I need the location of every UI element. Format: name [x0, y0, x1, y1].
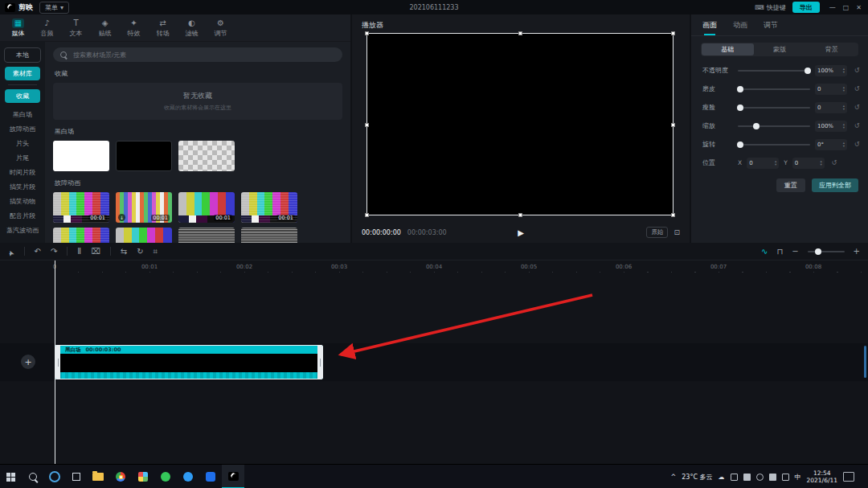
clip-trim-handle-left[interactable]	[55, 346, 60, 379]
thumb-glitch-7[interactable]: 00:01	[178, 228, 235, 243]
split-icon[interactable]: Ⅱ	[77, 248, 81, 256]
onedrive-icon[interactable]: ☁	[719, 474, 725, 481]
sidebar-item-funny-animals[interactable]: 搞笑动物	[0, 194, 45, 208]
slider-knob[interactable]	[737, 86, 743, 92]
usb-icon[interactable]	[743, 474, 751, 481]
snap-toggle-icon[interactable]: ⊓	[776, 248, 783, 256]
delete-icon[interactable]: ⌧	[91, 248, 100, 256]
handle-top-right[interactable]	[671, 31, 675, 35]
weather-widget[interactable]: 23°C 多云	[682, 473, 712, 482]
close-button[interactable]: ✕	[856, 4, 862, 11]
row-reset-icon[interactable]: ↺	[829, 159, 839, 166]
slider-knob[interactable]	[805, 68, 811, 74]
row-reset-icon[interactable]: ↺	[852, 122, 862, 129]
tab-effects[interactable]: ✦ 特效	[121, 18, 147, 38]
opacity-slider[interactable]	[738, 70, 810, 72]
smooth-skin-slider[interactable]	[738, 88, 810, 90]
slider-knob[interactable]	[737, 105, 743, 111]
slider-knob[interactable]	[753, 123, 760, 129]
fullscreen-icon[interactable]: ⊡	[674, 228, 680, 236]
volume-icon[interactable]	[782, 474, 789, 481]
search-input[interactable]	[72, 51, 335, 59]
slim-face-slider[interactable]	[738, 107, 810, 109]
tab-picture[interactable]: 画面	[702, 20, 717, 31]
menu-button[interactable]: 菜单 ▾	[39, 2, 69, 14]
handle-bottom[interactable]	[518, 213, 522, 217]
subtab-mask[interactable]: 蒙版	[754, 43, 806, 55]
crop-icon[interactable]: ⌗	[154, 248, 158, 256]
task-view-button[interactable]	[65, 465, 87, 488]
thumb-glitch-4[interactable]: 00:01	[241, 192, 297, 223]
stepper-down-icon[interactable]: ▾	[775, 163, 776, 166]
preview-canvas[interactable]	[366, 33, 674, 215]
search-bar[interactable]	[53, 47, 342, 62]
zoom-knob[interactable]	[815, 248, 821, 255]
file-explorer-button[interactable]	[87, 465, 109, 488]
maximize-button[interactable]: □	[843, 4, 850, 11]
clip-trim-handle-right[interactable]	[317, 346, 322, 379]
scale-slider[interactable]	[738, 125, 810, 127]
thumb-white-field[interactable]	[53, 141, 109, 171]
handle-bottom-left[interactable]	[365, 213, 369, 217]
stepper-down-icon[interactable]: ▾	[820, 163, 821, 166]
export-button[interactable]: 导出	[792, 2, 820, 13]
thumb-glitch-1[interactable]: 00:01	[53, 192, 109, 223]
handle-right[interactable]	[671, 123, 675, 127]
stepper-down-icon[interactable]: ▾	[843, 71, 845, 74]
row-reset-icon[interactable]: ↺	[852, 104, 862, 111]
stepper-down-icon[interactable]: ▾	[843, 89, 845, 92]
stepper-down-icon[interactable]: ▾	[843, 108, 845, 111]
scale-value[interactable]: 100% ▴▾	[815, 121, 847, 132]
zoom-out-icon[interactable]: −	[792, 248, 798, 256]
handle-top-left[interactable]	[365, 31, 369, 35]
mirror-icon[interactable]: ⇆	[121, 248, 127, 256]
sidebar-item-favorites[interactable]: 收藏	[5, 89, 40, 103]
tab-adjustment[interactable]: 调节	[764, 20, 778, 31]
select-tool-icon[interactable]: ➤	[6, 248, 16, 257]
handle-top[interactable]	[518, 31, 522, 35]
tab-media[interactable]: ▦ 媒体	[5, 18, 31, 38]
start-button[interactable]	[0, 465, 22, 488]
audio-wave-toggle-icon[interactable]: ∿	[761, 248, 768, 256]
taskbar-clock[interactable]: 12:54 2021/6/11	[807, 470, 837, 484]
tab-adjust[interactable]: ⚙ 调节	[207, 18, 234, 38]
stepper-down-icon[interactable]: ▾	[843, 145, 845, 148]
tab-animation[interactable]: 动画	[733, 20, 747, 31]
thumb-glitch-6[interactable]: 00:01	[116, 228, 172, 243]
row-reset-icon[interactable]: ↺	[852, 85, 862, 92]
apply-to-all-button[interactable]: 应用到全部	[812, 178, 858, 192]
thumb-glitch-5[interactable]: 00:01	[53, 228, 109, 243]
bluetooth-icon[interactable]	[756, 474, 764, 481]
tray-chevron-icon[interactable]: ^	[671, 474, 677, 481]
green-app-button[interactable]	[154, 465, 177, 488]
play-button[interactable]: ▶	[518, 228, 524, 237]
row-reset-icon[interactable]: ↺	[852, 67, 862, 74]
network-icon[interactable]	[769, 474, 776, 481]
thumb-transparent-field[interactable]	[178, 141, 235, 171]
add-media-button[interactable]: +	[21, 355, 35, 369]
stepper-down-icon[interactable]: ▾	[843, 126, 845, 129]
thumb-glitch-2[interactable]: ↓ 00:01	[116, 192, 172, 223]
cortana-button[interactable]	[43, 465, 65, 488]
ime-indicator[interactable]: 中	[795, 473, 801, 482]
row-reset-icon[interactable]: ↺	[852, 141, 862, 148]
rotation-slider[interactable]	[738, 144, 810, 146]
tab-sticker[interactable]: ◈ 贴纸	[92, 18, 118, 38]
sidebar-item-vaporwave[interactable]: 蒸汽波动画	[0, 223, 45, 237]
tab-audio[interactable]: ♪ 音频	[34, 18, 60, 38]
sidebar-item-funny-clips[interactable]: 搞笑片段	[0, 179, 45, 194]
photos-app-button[interactable]	[132, 465, 154, 488]
sidebar-item-time-clips[interactable]: 时间片段	[0, 165, 45, 179]
tab-text[interactable]: T 文本	[63, 18, 89, 38]
timeline-scrollbar[interactable]	[864, 346, 866, 378]
smooth-skin-value[interactable]: 0 ▴▾	[815, 84, 847, 95]
thumb-glitch-3[interactable]: 00:01	[178, 192, 235, 223]
sidebar-item-voiceover-clips[interactable]: 配音片段	[0, 208, 45, 223]
subtab-background[interactable]: 背景	[805, 43, 858, 55]
slim-face-value[interactable]: 0 ▴▾	[815, 102, 847, 113]
security-icon[interactable]	[731, 474, 738, 481]
rotation-value[interactable]: 0° ▴▾	[815, 139, 847, 150]
handle-left[interactable]	[365, 123, 369, 127]
timeline-clip-bw-field[interactable]: 黑白场 00:00:03:00	[55, 345, 323, 379]
timeline-ruler[interactable]: 0 00:01 00:02 00:03 00:04 00:05 00:06 00…	[0, 260, 868, 273]
